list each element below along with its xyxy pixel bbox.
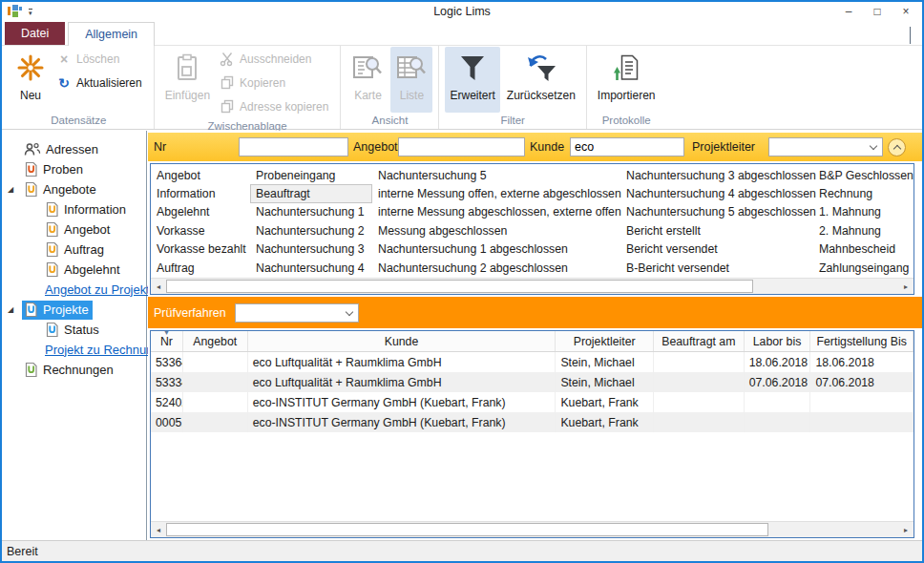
einfuegen-button[interactable]: Einfügen [160, 47, 215, 113]
status-item-beauftragt[interactable]: Beauftragt [250, 184, 372, 202]
maximize-button[interactable]: □ [863, 5, 892, 18]
status-item-b-p-geschlossen[interactable]: B&P Geschlossen [813, 166, 914, 184]
quick-access-toolbar-caret-icon[interactable]: ▾ [29, 9, 32, 15]
refresh-icon: ↻ [54, 76, 74, 90]
column-header-fertigstellung-bis[interactable]: Fertigstellung Bis [810, 331, 914, 351]
scroll-thumb[interactable] [166, 523, 768, 536]
status-item-b-bericht-versendet[interactable]: B-Bericht versendet [620, 259, 813, 277]
scroll-left-arrow[interactable]: ◂ [151, 279, 166, 294]
status-item-angebot[interactable]: Angebot [151, 166, 250, 184]
status-item-nachuntersuchung-3-abgeschlossen[interactable]: Nachuntersuchung 3 abgeschlossen [620, 166, 813, 184]
status-item-nachuntersuchung-4[interactable]: Nachuntersuchung 4 [250, 259, 372, 277]
sidebar-item-projekte[interactable]: ◢Projekte [2, 300, 146, 320]
importieren-button[interactable]: Importieren [593, 47, 661, 113]
kopieren-button[interactable]: Kopieren [216, 72, 335, 94]
erweitert-button[interactable]: Erweitert [445, 47, 499, 113]
status-item-interne-messung-offen-externe-abgeschlossen[interactable]: interne Messung offen, externe abgeschlo… [372, 184, 620, 202]
status-item-nachuntersuchung-3[interactable]: Nachuntersuchung 3 [250, 240, 372, 259]
new-icon [16, 51, 45, 85]
collapse-ribbon-icon[interactable] [910, 28, 911, 45]
import-icon [614, 51, 640, 85]
scroll-thumb[interactable] [166, 280, 753, 293]
aktualisieren-button[interactable]: ↻Aktualisieren [52, 72, 149, 94]
status-item-1-mahnung[interactable]: 1. Mahnung [813, 203, 914, 221]
column-header-angebot[interactable]: Angebot [183, 331, 248, 351]
sidebar-item-angebot-zu-projekt[interactable]: Angebot zu Projekt [2, 280, 146, 300]
sidebar-item-angebot[interactable]: Angebot [2, 219, 146, 240]
status-item-nachuntersuchung-2-abgeschlossen[interactable]: Nachuntersuchung 2 abgeschlossen [372, 259, 620, 277]
status-item-nachuntersuchung-5[interactable]: Nachuntersuchung 5 [372, 166, 620, 184]
status-item-vorkasse[interactable]: Vorkasse [151, 221, 250, 240]
scroll-left-arrow[interactable]: ◂ [151, 522, 166, 537]
column-header-kunde[interactable]: Kunde [248, 331, 556, 351]
zuruecksetzen-button[interactable]: Zurücksetzen [502, 47, 580, 113]
document-icon [45, 322, 59, 338]
neu-button[interactable]: Neu [10, 47, 52, 113]
status-item-vorkasse-bezahlt[interactable]: Vorkasse bezahlt [151, 240, 250, 259]
status-item-mahnbescheid[interactable]: Mahnbescheid [813, 240, 914, 259]
scroll-right-arrow[interactable]: ▸ [898, 279, 914, 294]
tree-expanded-icon[interactable]: ◢ [8, 185, 13, 194]
filter-label-nr: Nr [154, 140, 239, 154]
sidebar-item-information[interactable]: Information [2, 199, 146, 219]
sidebar-item-angebote[interactable]: ◢Angebote [2, 179, 146, 199]
app-window: ▾ Logic Lims – □ × Datei Allgemein Neu×L… [0, 0, 924, 563]
document-icon [45, 221, 59, 238]
minimize-button[interactable]: – [834, 5, 863, 18]
tab-allgemein[interactable]: Allgemein [68, 22, 155, 46]
tab-datei[interactable]: Datei [5, 22, 65, 45]
pruefverfahren-select[interactable] [235, 303, 359, 323]
status-item-nachuntersuchung-5-abgeschlossen[interactable]: Nachuntersuchung 5 abgeschlossen [620, 203, 813, 221]
column-header-projektleiter[interactable]: Projektleiter [556, 331, 654, 351]
list-view-icon [396, 51, 427, 85]
document-icon [45, 241, 59, 258]
status-item-zahlungseingang[interactable]: Zahlungseingang [813, 259, 914, 277]
sidebar-item-projekt-zu-rechnung[interactable]: Projekt zu Rechnung [2, 340, 146, 360]
table-row[interactable]: 00051eco-INSTITUT Germany GmbH (Kuebart,… [151, 412, 914, 432]
status-item-information[interactable]: Information [151, 184, 250, 202]
status-item-nachuntersuchung-1[interactable]: Nachuntersuchung 1 [250, 203, 372, 221]
tree-expanded-icon[interactable]: ◢ [8, 305, 13, 314]
status-item-bericht-erstellt[interactable]: Bericht erstellt [620, 221, 813, 240]
filter-input-kunde[interactable] [570, 137, 684, 156]
projektleiter-select[interactable] [768, 137, 883, 156]
status-item-bericht-versendet[interactable]: Bericht versendet [620, 240, 813, 259]
column-header-beauftragt-am[interactable]: Beauftragt am [654, 331, 745, 351]
sidebar-item-rechnungen[interactable]: Rechnungen [2, 360, 146, 380]
status-item-interne-messung-abgeschlossen-externe-offen[interactable]: interne Messung abgeschlossen, externe o… [372, 203, 620, 221]
column-header-nr[interactable]: ▼Nr [151, 331, 183, 351]
filter-input-nr[interactable] [239, 137, 348, 156]
status-item-messung-abgeschlossen[interactable]: Messung abgeschlossen [372, 221, 620, 240]
status-item-rechnung[interactable]: Rechnung [813, 184, 914, 202]
status-item-auftrag[interactable]: Auftrag [151, 259, 250, 277]
status-item-abgelehnt[interactable]: Abgelehnt [151, 203, 250, 221]
table-row[interactable]: 52402eco-INSTITUT Germany GmbH (Kuebart,… [151, 392, 914, 412]
paste-icon [174, 51, 200, 85]
column-header-labor-bis[interactable]: Labor bis [745, 331, 811, 351]
ribbon-group-label: Filter [444, 113, 580, 129]
karte-button[interactable]: Karte [346, 47, 388, 113]
loeschen-button[interactable]: ×Löschen [52, 48, 149, 70]
sidebar-item-proben[interactable]: Proben [2, 159, 146, 179]
sidebar-item-auftrag[interactable]: Auftrag [2, 240, 146, 260]
copy-icon [218, 75, 237, 90]
status-item-nachuntersuchung-1-abgeschlossen[interactable]: Nachuntersuchung 1 abgeschlossen [372, 240, 620, 259]
status-item-probeneingang[interactable]: Probeneingang [250, 166, 372, 184]
liste-button[interactable]: Liste [390, 47, 432, 113]
ausschneiden-button[interactable]: Ausschneiden [216, 48, 335, 70]
status-item-nachuntersuchung-4-abgeschlossen[interactable]: Nachuntersuchung 4 abgeschlossen [620, 184, 813, 202]
sidebar-item-status[interactable]: Status [2, 320, 146, 340]
table-row[interactable]: 53364eco Luftqualität + Raumklima GmbHSt… [151, 352, 914, 372]
sidebar-item-adressen[interactable]: Adressen [2, 139, 146, 159]
status-bar-text: Bereit [7, 545, 38, 558]
sidebar-item-abgelehnt[interactable]: Abgelehnt [2, 260, 146, 280]
scroll-right-arrow[interactable]: ▸ [898, 522, 914, 537]
close-button[interactable]: × [892, 5, 920, 18]
chevron-up-icon [892, 144, 900, 152]
table-row[interactable]: 53334eco Luftqualität + Raumklima GmbHSt… [151, 372, 914, 392]
status-item-nachuntersuchung-2[interactable]: Nachuntersuchung 2 [250, 221, 372, 240]
filter-input-angebot[interactable] [398, 137, 525, 156]
collapse-filter-button[interactable] [888, 138, 906, 156]
status-item-2-mahnung[interactable]: 2. Mahnung [813, 221, 914, 240]
adresse-kopieren-button[interactable]: Adresse kopieren [216, 95, 335, 117]
